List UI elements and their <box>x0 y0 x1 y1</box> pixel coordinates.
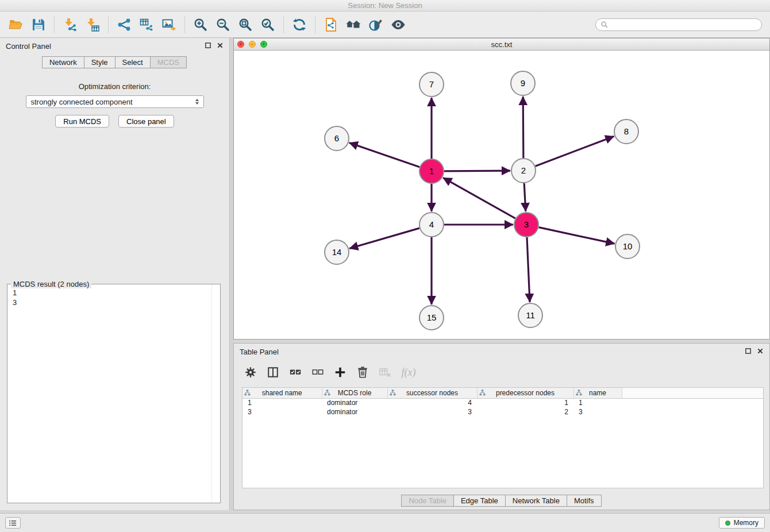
apply-style-button[interactable] <box>365 15 386 34</box>
table-cell[interactable]: 4 <box>387 398 477 407</box>
edge-2-3[interactable] <box>524 183 526 211</box>
edge-3-10[interactable] <box>539 228 615 244</box>
edge-2-9[interactable] <box>523 97 523 158</box>
table-cell[interactable]: 1 <box>477 398 573 407</box>
list-icon <box>9 519 17 527</box>
tab-network[interactable]: Network <box>42 56 84 68</box>
edge-3-1[interactable] <box>443 178 515 218</box>
table-settings-button[interactable] <box>243 365 258 380</box>
node-4[interactable]: 4 <box>419 213 444 237</box>
search-box[interactable] <box>595 18 762 31</box>
node-10[interactable]: 10 <box>615 234 640 259</box>
column-header-successor-nodes[interactable]: successor nodes <box>387 388 477 398</box>
control-panel: Control Panel NetworkStyleSelectMCDS Opt… <box>0 38 230 510</box>
table-cell[interactable]: 3 <box>573 407 622 417</box>
node-3[interactable]: 3 <box>514 213 538 237</box>
new-network-from-table-button[interactable] <box>136 15 157 34</box>
network-window-title: scc.txt <box>234 40 769 49</box>
optimization-criterion-select[interactable]: strongly connected component <box>26 95 204 108</box>
edge-1-2[interactable] <box>444 171 510 171</box>
node-6[interactable]: 6 <box>325 126 349 151</box>
edge-2-8[interactable] <box>536 136 614 166</box>
svg-text:15: 15 <box>427 313 437 322</box>
table-cell[interactable]: 1 <box>573 398 622 407</box>
table-tab-edge-table[interactable]: Edge Table <box>453 495 506 507</box>
search-icon <box>600 21 609 29</box>
tab-select[interactable]: Select <box>115 56 151 68</box>
node-9[interactable]: 9 <box>511 71 535 95</box>
table-cell[interactable]: 3 <box>387 407 477 417</box>
network-canvas[interactable]: 7968124314101511 <box>234 51 769 339</box>
close-panel-button[interactable]: Close panel <box>118 115 174 128</box>
network-from-document-button[interactable] <box>321 15 341 34</box>
show-columns-button[interactable] <box>265 365 280 380</box>
save-session-button[interactable] <box>28 15 49 34</box>
tab-mcds[interactable]: MCDS <box>150 56 187 68</box>
table-cell[interactable]: dominator <box>322 407 387 417</box>
zoom-in-button[interactable] <box>190 15 211 34</box>
search-input[interactable] <box>611 20 757 29</box>
table-cell[interactable]: 3 <box>242 407 322 417</box>
close-panel-icon[interactable] <box>757 348 764 354</box>
refresh-view-button[interactable] <box>289 15 310 34</box>
node-2[interactable]: 2 <box>511 159 536 183</box>
zoom-out-button[interactable] <box>213 15 233 34</box>
float-panel-icon[interactable] <box>205 42 211 49</box>
delete-table-button[interactable] <box>378 365 392 380</box>
run-mcds-button[interactable]: Run MCDS <box>55 115 109 128</box>
table-cell[interactable]: 1 <box>242 398 322 407</box>
column-label: name <box>589 389 606 397</box>
function-builder-button[interactable]: f(x) <box>400 365 415 380</box>
import-table-icon <box>85 17 100 32</box>
column-header-predecessor-nodes[interactable]: predecessor nodes <box>477 388 573 398</box>
delete-row-button[interactable] <box>355 365 370 380</box>
tab-style[interactable]: Style <box>84 56 116 68</box>
float-panel-icon[interactable] <box>745 348 752 354</box>
table-body: 1dominator4113dominator323 <box>242 398 763 417</box>
table-row[interactable]: 3dominator323 <box>242 407 763 417</box>
memory-button[interactable]: Memory <box>719 517 765 529</box>
column-header-shared-name[interactable]: shared name <box>242 388 322 398</box>
import-network-button[interactable] <box>60 15 80 34</box>
toolbar-separator <box>54 16 55 33</box>
column-label: MCDS role <box>338 389 372 397</box>
zoom-selected-button[interactable] <box>257 15 278 34</box>
first-neighbors-button[interactable] <box>343 15 364 34</box>
column-header-name[interactable]: name <box>573 388 622 398</box>
new-network-button[interactable] <box>114 15 134 34</box>
unselect-all-button[interactable] <box>310 365 325 380</box>
dropdown-stepper-icon <box>195 99 199 105</box>
export-image-icon <box>161 17 176 32</box>
export-image-button[interactable] <box>159 15 179 34</box>
node-15[interactable]: 15 <box>419 306 444 330</box>
show-hide-graphics-button[interactable] <box>388 15 409 34</box>
maximize-window-button[interactable]: + <box>260 41 267 48</box>
column-label: predecessor nodes <box>496 389 555 397</box>
edge-1-6[interactable] <box>349 143 419 167</box>
edge-3-11[interactable] <box>527 237 530 302</box>
minimize-window-button[interactable]: − <box>249 41 256 48</box>
table-tab-node-table[interactable]: Node Table <box>401 495 454 507</box>
import-table-button[interactable] <box>82 15 103 34</box>
edge-4-14[interactable] <box>349 228 419 248</box>
table-row[interactable]: 1dominator411 <box>242 398 763 407</box>
table-cell[interactable]: 2 <box>477 407 573 417</box>
zoom-fit-button[interactable] <box>235 15 256 34</box>
column-header-MCDS-role[interactable]: MCDS role <box>322 388 387 398</box>
table-tab-network-table[interactable]: Network Table <box>505 495 567 507</box>
node-7[interactable]: 7 <box>419 72 444 97</box>
node-11[interactable]: 11 <box>518 303 542 327</box>
status-menu-button[interactable] <box>5 517 21 529</box>
open-session-button[interactable] <box>6 15 26 34</box>
table-tab-motifs[interactable]: Motifs <box>567 495 602 507</box>
node-1[interactable]: 1 <box>419 159 444 183</box>
node-8[interactable]: 8 <box>614 119 638 144</box>
checked-boxes-icon <box>289 366 302 379</box>
close-panel-icon[interactable] <box>217 42 224 49</box>
select-all-button[interactable] <box>288 365 303 380</box>
close-window-button[interactable]: × <box>237 41 244 48</box>
add-row-button[interactable] <box>333 365 348 380</box>
node-14[interactable]: 14 <box>325 240 349 264</box>
table-cell[interactable]: dominator <box>322 398 387 407</box>
network-window-titlebar[interactable]: × − + scc.txt <box>234 38 769 51</box>
